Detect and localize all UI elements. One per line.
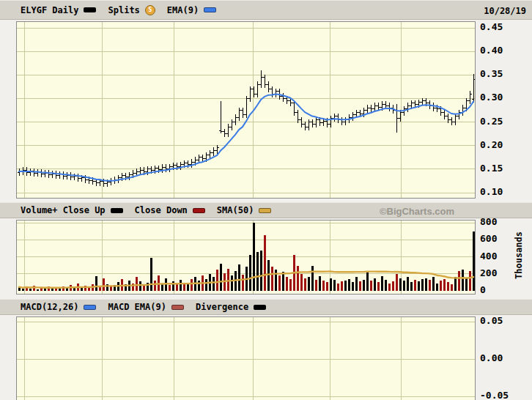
volume-legend-bar: Volume+ Close Up Close Down SMA(50) ©Big…	[0, 202, 532, 218]
price-axis-label: 0.45	[480, 21, 503, 33]
price-axis-label: 0.25	[480, 116, 503, 127]
volume-up-label: Volume+ Close Up	[21, 205, 106, 215]
volume-sma-label: SMA(50)	[217, 205, 254, 215]
splits-coin-icon: S	[145, 5, 155, 15]
macd-signal-marker-icon	[171, 305, 184, 310]
macd-marker-icon	[84, 305, 96, 310]
divergence-marker-icon	[254, 305, 266, 310]
bigcharts-watermark: ©BigCharts.com	[380, 203, 454, 219]
bigcharts-stock-chart: ELYGF Daily Splits S EMA(9) 10/28/19 Vol…	[0, 0, 532, 400]
symbol-label: ELYGF	[21, 5, 47, 15]
volume-up-marker-icon	[111, 208, 123, 213]
volume-down-marker-icon	[193, 208, 205, 213]
main-legend-bar: ELYGF Daily Splits S EMA(9) 10/28/19	[0, 0, 532, 20]
price-panel	[16, 21, 476, 199]
divergence-label: Divergence	[196, 302, 248, 312]
macd-legend-bar: MACD(12,26) MACD EMA(9) Divergence	[0, 299, 532, 315]
ema-marker-icon	[204, 7, 216, 12]
macd-label: MACD(12,26)	[21, 302, 78, 312]
macd-axis-label: 0.05	[480, 315, 503, 327]
price-axis-label: 0.10	[480, 186, 503, 198]
price-series-marker-icon	[84, 7, 96, 12]
volume-axis-unit-label: Thousands	[514, 221, 524, 290]
volume-sma-marker-icon	[259, 208, 271, 213]
price-axis-label: 0.15	[480, 163, 503, 174]
volume-axis-label: 200	[480, 267, 497, 279]
volume-axis-label: 600	[480, 233, 497, 245]
macd-chart-canvas	[17, 317, 475, 400]
macd-signal-label: MACD EMA(9)	[108, 302, 166, 312]
macd-panel	[16, 316, 476, 400]
period-label: Daily	[52, 5, 78, 15]
volume-axis-label: 400	[480, 251, 497, 262]
volume-panel	[16, 220, 476, 295]
price-chart-canvas	[17, 22, 475, 198]
price-axis-label: 0.40	[480, 45, 503, 56]
price-axis-label: 0.35	[480, 68, 503, 80]
splits-label: Splits	[108, 5, 139, 15]
volume-axis-label: 0	[480, 284, 486, 296]
volume-chart-canvas	[17, 221, 475, 294]
volume-down-label: Close Down	[135, 205, 188, 215]
price-axis-label: 0.30	[480, 92, 503, 103]
ema-label: EMA(9)	[167, 5, 199, 15]
macd-axis-label: 0.00	[480, 352, 503, 364]
price-axis-label: 0.20	[480, 139, 503, 151]
macd-axis-label: -0.05	[480, 390, 509, 400]
volume-axis-label: 800	[480, 216, 497, 228]
chart-date: 10/28/19	[484, 1, 526, 21]
